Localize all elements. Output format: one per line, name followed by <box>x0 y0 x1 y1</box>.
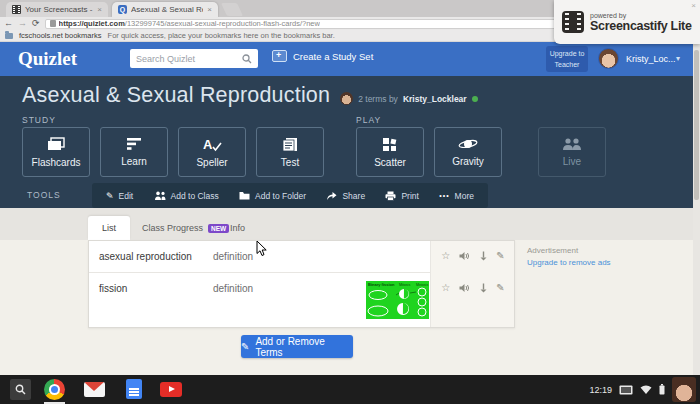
pencil-icon[interactable]: ✎ <box>496 283 504 293</box>
pencil-icon: ✎ <box>106 191 114 201</box>
share-arrow-icon <box>326 191 337 200</box>
chevron-down-icon[interactable]: ▾ <box>676 54 680 63</box>
create-study-set-button[interactable]: Create a Study Set <box>272 50 373 62</box>
gravity-button[interactable]: Gravity <box>434 127 502 177</box>
test-icon <box>282 137 298 152</box>
quizlet-favicon-icon: Q <box>118 5 127 14</box>
gravity-icon <box>458 137 478 151</box>
speller-button[interactable]: A Speller <box>178 127 246 177</box>
audio-icon[interactable] <box>459 283 470 293</box>
screencastify-film-icon <box>562 11 584 33</box>
taskbar: 12:19 <box>0 375 700 404</box>
scrollbar-thumb[interactable] <box>694 50 699 200</box>
forward-icon[interactable]: → <box>18 19 27 28</box>
more-button[interactable]: ••• More <box>439 191 474 201</box>
clock[interactable]: 12:19 <box>589 385 612 395</box>
refresh-icon[interactable]: ⟳ <box>32 19 40 28</box>
bookmarks-folder-icon[interactable] <box>5 33 13 39</box>
add-to-class-button[interactable]: Add to Class <box>154 191 219 201</box>
user-avatar[interactable] <box>598 48 619 69</box>
play-section-label: PLAY <box>356 115 381 125</box>
author-name[interactable]: Kristy_Locklear <box>403 94 467 104</box>
print-button[interactable]: Print <box>385 191 418 201</box>
new-tab-button[interactable] <box>221 3 243 16</box>
chrome-icon[interactable] <box>44 379 65 400</box>
row-actions: ☆ ✎ <box>431 251 515 261</box>
add-or-remove-terms-button[interactable]: ✎ Add or Remove Terms <box>241 335 353 358</box>
tab-label: List <box>102 223 116 233</box>
overlay-close-icon[interactable]: × <box>691 1 696 10</box>
term-text: asexual reproduction <box>89 241 213 272</box>
edit-button[interactable]: ✎ Edit <box>106 191 133 201</box>
scatter-button[interactable]: Scatter <box>356 127 424 177</box>
remove-ads-link[interactable]: Upgrade to remove ads <box>527 258 611 267</box>
mode-label: Scatter <box>374 157 406 168</box>
quizlet-logo[interactable]: Quizlet <box>18 48 77 70</box>
audio-icon[interactable] <box>459 251 470 261</box>
tab-title: Your Screencasts - Scree... <box>25 5 93 14</box>
bookmarks-hint: For quick access, place your bookmarks h… <box>108 31 335 40</box>
fission-diagram-image[interactable]: Binary fission Mitosis Meiosis <box>366 281 429 319</box>
share-button[interactable]: Share <box>326 191 365 201</box>
screen: Your Screencasts - Scree... × Q Asexual … <box>0 0 700 404</box>
mic-icon[interactable] <box>479 251 488 261</box>
screencastify-text: powered by Screencastify Lite <box>590 12 692 33</box>
account-avatar[interactable] <box>672 377 696 402</box>
term-text: fission <box>89 273 213 327</box>
launcher-button[interactable] <box>10 379 31 400</box>
wifi-icon <box>640 385 652 394</box>
search-icon <box>242 54 252 64</box>
svg-text:A: A <box>203 137 213 152</box>
svg-text:Binary fission: Binary fission <box>368 282 395 287</box>
set-hero: Asexual & Sexual Reproduction 2 terms by… <box>0 76 700 208</box>
status-tray[interactable]: 12:19 <box>589 375 700 404</box>
address-bar[interactable]: https://quizlet.com/132999745/asexual-se… <box>45 19 636 29</box>
test-button[interactable]: Test <box>256 127 324 177</box>
youtube-icon[interactable] <box>160 382 182 397</box>
back-icon[interactable]: ← <box>4 19 13 28</box>
tab-close-icon[interactable]: × <box>97 5 102 14</box>
row-actions-column: ☆ ✎ ☆ ✎ <box>430 241 514 327</box>
terms-card: asexual reproduction definition fission … <box>88 240 515 328</box>
url-domain: https://quizlet.com <box>59 19 125 28</box>
mic-icon[interactable] <box>479 283 488 293</box>
online-status-dot <box>472 96 478 102</box>
tab-label: Info <box>230 223 245 233</box>
url-path: /132999745/asexual-sexual-reproduction-f… <box>125 19 320 28</box>
page-info-icon[interactable] <box>50 20 56 27</box>
search-box[interactable] <box>130 49 258 68</box>
star-icon[interactable]: ☆ <box>441 283 450 293</box>
live-button[interactable]: Live <box>538 127 606 177</box>
print-icon <box>385 191 396 201</box>
gmail-icon[interactable] <box>84 382 105 397</box>
learn-button[interactable]: Learn <box>100 127 168 177</box>
tab-close-icon[interactable]: × <box>207 5 212 14</box>
tab-info[interactable]: Info <box>216 216 259 240</box>
docs-icon[interactable] <box>126 379 142 399</box>
add-to-folder-button[interactable]: Add to Folder <box>239 191 306 201</box>
tool-label: Share <box>342 191 365 201</box>
browser-tab-quizlet[interactable]: Q Asexual & Sexual Reprod... × <box>112 2 218 17</box>
display-icon <box>619 385 633 395</box>
definition-text: definition <box>213 273 333 327</box>
tools-section-label: TOOLS <box>27 190 61 200</box>
search-input[interactable] <box>136 54 242 64</box>
svg-text:Meiosis: Meiosis <box>416 283 428 287</box>
mode-label: Live <box>563 156 581 167</box>
quizlet-header: Quizlet Create a Study Set Upgrade to Te… <box>0 42 700 76</box>
screencastify-lite-label: Screencastify Lite <box>590 19 692 33</box>
bookmarks-folder-label[interactable]: fcschools.net bookmarks <box>19 31 102 40</box>
row-actions: ☆ ✎ <box>431 283 515 293</box>
content-area: List Class Progress NEW Info asexual rep… <box>0 208 700 375</box>
upgrade-to-teacher-button[interactable]: Upgrade to Teacher <box>546 46 588 72</box>
term-row[interactable]: fission definition Binary fission Mitosi… <box>89 273 432 327</box>
tab-list[interactable]: List <box>88 216 130 240</box>
page-scrollbar[interactable] <box>693 42 700 375</box>
star-icon[interactable]: ☆ <box>441 251 450 261</box>
pencil-icon[interactable]: ✎ <box>496 251 504 261</box>
username-label[interactable]: Kristy_Loc... <box>626 54 676 64</box>
scatter-icon <box>382 137 398 152</box>
browser-tab-screencasts[interactable]: Your Screencasts - Scree... × <box>6 2 108 17</box>
svg-text:Mitosis: Mitosis <box>399 283 410 287</box>
flashcards-button[interactable]: Flashcards <box>22 127 90 177</box>
